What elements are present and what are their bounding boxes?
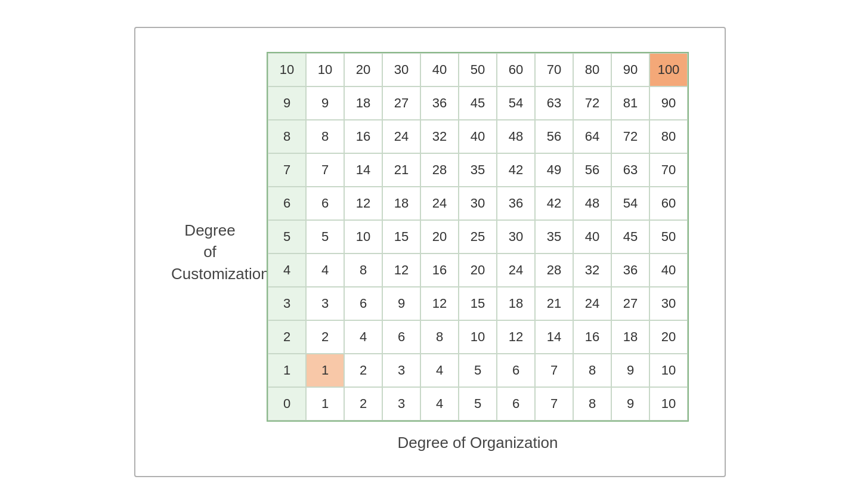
grid-cell: 3 <box>382 354 420 387</box>
grid-cell: 24 <box>382 120 420 153</box>
grid-cell: 40 <box>649 253 688 287</box>
row-header: 9 <box>268 86 306 120</box>
grid-cell: 80 <box>573 53 611 86</box>
grid-cell: 7 <box>535 354 573 387</box>
grid-cell: 24 <box>573 287 611 320</box>
grid-cell: 16 <box>344 120 382 153</box>
row-header: 2 <box>268 320 306 354</box>
row-header: 4 <box>268 253 306 287</box>
grid-cell: 6 <box>344 287 382 320</box>
grid-cell: 63 <box>611 153 649 187</box>
grid-cell: 42 <box>497 153 535 187</box>
grid-cell: 10 <box>649 387 688 420</box>
grid-cell: 49 <box>535 153 573 187</box>
grid-cell: 20 <box>459 253 497 287</box>
grid-cell: 21 <box>535 287 573 320</box>
grid-cell: 28 <box>420 153 459 187</box>
main-content: DegreeofCustomization 101020304050607080… <box>171 52 689 452</box>
grid-cell: 48 <box>573 187 611 220</box>
row-header: 3 <box>268 287 306 320</box>
grid-cell: 63 <box>535 86 573 120</box>
grid-cell: 90 <box>649 86 688 120</box>
grid-cell: 35 <box>535 220 573 253</box>
grid-cell: 64 <box>573 120 611 153</box>
grid-cell: 9 <box>611 387 649 420</box>
grid-cell: 28 <box>535 253 573 287</box>
grid-cell: 12 <box>420 287 459 320</box>
grid-cell: 8 <box>573 354 611 387</box>
grid-cell: 25 <box>459 220 497 253</box>
grid-cell: 9 <box>306 86 344 120</box>
grid-cell: 6 <box>497 354 535 387</box>
grid-cell: 18 <box>611 320 649 354</box>
grid-cell: 4 <box>420 354 459 387</box>
grid-cell: 12 <box>344 187 382 220</box>
grid-cell: 70 <box>535 53 573 86</box>
grid-cell: 45 <box>611 220 649 253</box>
grid-cell: 8 <box>573 387 611 420</box>
multiplication-grid: 1010203040506070809010099182736455463728… <box>267 52 689 422</box>
grid-cell: 24 <box>420 187 459 220</box>
grid-cell: 3 <box>306 287 344 320</box>
grid-cell: 9 <box>382 287 420 320</box>
grid-cell: 8 <box>420 320 459 354</box>
grid-cell: 32 <box>573 253 611 287</box>
row-header: 10 <box>268 53 306 86</box>
grid-cell: 20 <box>344 53 382 86</box>
grid-cell: 42 <box>535 187 573 220</box>
grid-cell: 30 <box>382 53 420 86</box>
grid-cell: 18 <box>382 187 420 220</box>
grid-cell: 27 <box>382 86 420 120</box>
grid-cell: 36 <box>420 86 459 120</box>
grid-cell: 10 <box>306 53 344 86</box>
outer-border: DegreeofCustomization 101020304050607080… <box>134 27 726 477</box>
grid-cell: 81 <box>611 86 649 120</box>
grid-cell: 40 <box>573 220 611 253</box>
grid-cell: 72 <box>573 86 611 120</box>
grid-cell: 7 <box>306 153 344 187</box>
grid-cell: 56 <box>573 153 611 187</box>
grid-cell: 45 <box>459 86 497 120</box>
x-axis-label: Degree of Organization <box>398 434 558 452</box>
grid-cell: 4 <box>344 320 382 354</box>
grid-cell: 90 <box>611 53 649 86</box>
grid-cell: 10 <box>649 354 688 387</box>
grid-cell: 14 <box>535 320 573 354</box>
grid-cell: 30 <box>497 220 535 253</box>
grid-cell: 72 <box>611 120 649 153</box>
grid-cell: 8 <box>306 120 344 153</box>
grid-cell: 21 <box>382 153 420 187</box>
row-header: 0 <box>268 387 306 420</box>
grid-cell: 6 <box>382 320 420 354</box>
grid-cell: 80 <box>649 120 688 153</box>
grid-cell: 1 <box>306 354 344 387</box>
row-header: 8 <box>268 120 306 153</box>
grid-cell: 5 <box>306 220 344 253</box>
grid-cell: 12 <box>382 253 420 287</box>
grid-cell: 2 <box>344 387 382 420</box>
grid-cell: 20 <box>420 220 459 253</box>
grid-cell: 60 <box>497 53 535 86</box>
grid-cell: 24 <box>497 253 535 287</box>
grid-cell: 1 <box>306 387 344 420</box>
grid-cell: 60 <box>649 187 688 220</box>
grid-cell: 2 <box>306 320 344 354</box>
grid-cell: 50 <box>649 220 688 253</box>
grid-cell: 36 <box>611 253 649 287</box>
grid-cell: 2 <box>344 354 382 387</box>
row-header: 7 <box>268 153 306 187</box>
grid-cell: 6 <box>497 387 535 420</box>
grid-cell: 5 <box>459 354 497 387</box>
grid-cell: 3 <box>382 387 420 420</box>
grid-cell: 14 <box>344 153 382 187</box>
grid-cell: 27 <box>611 287 649 320</box>
grid-cell: 56 <box>535 120 573 153</box>
grid-cell: 4 <box>306 253 344 287</box>
grid-cell: 18 <box>497 287 535 320</box>
grid-cell: 6 <box>306 187 344 220</box>
grid-cell: 15 <box>459 287 497 320</box>
grid-cell: 48 <box>497 120 535 153</box>
grid-cell: 40 <box>420 53 459 86</box>
grid-cell: 30 <box>459 187 497 220</box>
grid-cell: 32 <box>420 120 459 153</box>
